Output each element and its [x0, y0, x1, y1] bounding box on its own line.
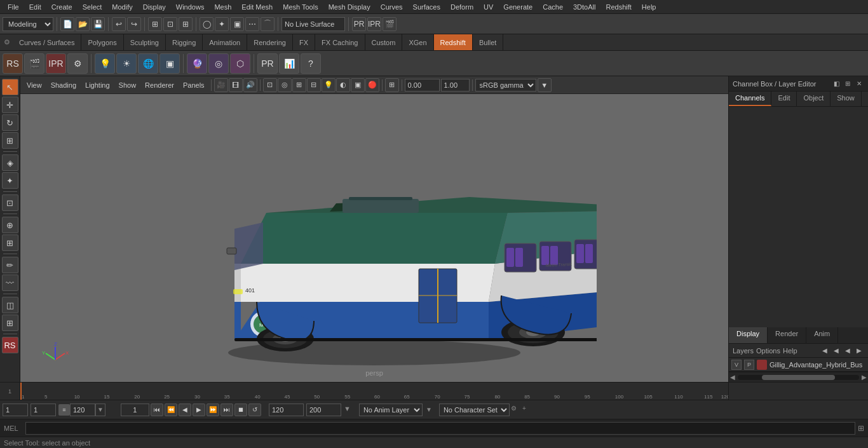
shelf-icon-mat2[interactable]: ◎ — [208, 53, 229, 74]
menu-surfaces[interactable]: Surfaces — [408, 2, 445, 12]
vp-frame-btn[interactable]: ⊞ — [292, 78, 306, 92]
layout-button[interactable]: ⊞ — [2, 315, 18, 331]
shelf-icon-rs2[interactable]: 🎬 — [24, 53, 44, 74]
cb-close-btn[interactable]: ✕ — [854, 79, 864, 89]
cb-tab-show[interactable]: Show — [831, 92, 862, 106]
marquee-select-button[interactable]: ▣ — [230, 17, 244, 31]
timeline-playhead[interactable] — [20, 383, 22, 400]
smooth-button[interactable]: 〰 — [2, 275, 18, 291]
shelf-icon-rs10[interactable]: 📊 — [279, 53, 299, 74]
shelf-icon-mat1[interactable]: 🔮 — [187, 53, 207, 74]
vp-texture-btn[interactable]: ▣ — [351, 78, 365, 92]
tab-polygons[interactable]: Polygons — [81, 34, 123, 50]
vp-scale-input[interactable] — [441, 79, 470, 92]
disp-tab-anim[interactable]: Anim — [806, 327, 838, 343]
loop-btn[interactable]: ↺ — [248, 404, 261, 416]
workspace-dropdown[interactable]: Modeling — [3, 17, 53, 31]
shelf-icon-rs3[interactable]: IPR — [46, 53, 66, 74]
tab-redshift[interactable]: Redshift — [434, 34, 473, 50]
surface-button[interactable]: ⋯ — [245, 17, 259, 31]
range-start-input[interactable] — [269, 404, 304, 416]
select-tool-button[interactable]: ↖ — [2, 79, 18, 95]
anim-layer-options-icon[interactable]: ▼ — [424, 405, 434, 415]
undo-button[interactable]: ↩ — [112, 17, 126, 31]
tab-fx-caching[interactable]: FX Caching — [315, 34, 365, 50]
menu-uv[interactable]: UV — [478, 2, 498, 12]
scale-tool-button[interactable]: ⊞ — [2, 132, 18, 149]
menu-modify[interactable]: Modify — [107, 2, 137, 12]
viewport[interactable]: View Shading Lighting Show Renderer Pane… — [20, 76, 728, 382]
cb-tab-edit[interactable]: Edit — [771, 92, 797, 106]
redshift-proxy-button[interactable]: RS — [2, 337, 18, 353]
layers-scrollbar[interactable] — [738, 375, 859, 380]
menu-deform[interactable]: Deform — [445, 2, 478, 12]
layers-add3-icon[interactable]: ◀ — [843, 346, 853, 356]
char-set-options-icon[interactable]: ⚙ — [511, 405, 521, 415]
cmd-input-field[interactable] — [25, 422, 855, 435]
move-tool-button[interactable]: ✛ — [2, 97, 18, 113]
save-scene-button[interactable]: 💾 — [91, 17, 105, 31]
range-end-btn[interactable]: ▼ — [95, 404, 105, 416]
layers-add2-icon[interactable]: ◀ — [831, 346, 841, 356]
layer-p-btn[interactable]: P — [744, 360, 754, 370]
snap-grid-button-left[interactable]: ⊞ — [2, 234, 18, 251]
tab-rendering[interactable]: Rendering — [247, 34, 293, 50]
layers-add4-icon[interactable]: ▶ — [854, 346, 864, 356]
lasso-select-button[interactable]: ◯ — [200, 17, 214, 31]
cb-tab-object[interactable]: Object — [797, 92, 831, 106]
frame-end-input[interactable] — [70, 404, 95, 416]
rotate-tool-button[interactable]: ↻ — [2, 114, 18, 131]
menu-select[interactable]: Select — [78, 2, 107, 12]
vp-camera-angle-input[interactable] — [405, 79, 440, 92]
snap-point-button[interactable]: ⊕ — [2, 217, 18, 233]
step-forward-btn[interactable]: ⏩ — [207, 404, 219, 416]
stop-btn[interactable]: ⏹ — [234, 404, 247, 416]
menu-3dtall[interactable]: 3DtoAll — [568, 2, 600, 12]
play-forward-btn[interactable]: ▶ — [193, 404, 205, 416]
vp-menu-lighting[interactable]: Lighting — [81, 80, 114, 90]
shelf-icon-rs8[interactable]: ▣ — [159, 53, 180, 74]
shelf-icon-rs9[interactable]: PR — [257, 53, 278, 74]
anim-layer-dropdown[interactable]: No Anim Layer — [359, 404, 423, 416]
cb-resize-btn[interactable]: ◧ — [831, 79, 841, 89]
go-to-start-btn[interactable]: ⏮ — [151, 404, 163, 416]
layers-scroll-left[interactable]: ◀ — [730, 374, 735, 381]
vp-select-type-btn[interactable]: ⊡ — [263, 78, 277, 92]
tab-fx[interactable]: FX — [293, 34, 315, 50]
char-set-add-icon[interactable]: + — [522, 405, 532, 415]
cmd-options-icon[interactable]: ⊞ — [858, 424, 864, 433]
tab-sculpting[interactable]: Sculpting — [124, 34, 166, 50]
tab-bullet[interactable]: Bullet — [473, 34, 504, 50]
soft-mod-button[interactable]: ◈ — [2, 154, 18, 171]
render-settings-button[interactable]: PR — [352, 17, 366, 31]
vp-audio-btn[interactable]: 🔊 — [243, 78, 257, 92]
vp-render-btn[interactable]: 🔴 — [365, 78, 379, 92]
menu-windows[interactable]: Windows — [171, 2, 210, 12]
char-set-dropdown[interactable]: No Character Set — [439, 404, 510, 416]
disp-tab-display[interactable]: Display — [729, 327, 768, 343]
shelf-icon-rs4[interactable]: ⚙ — [67, 53, 88, 74]
quick-layout-button[interactable]: ◫ — [2, 297, 18, 313]
cb-tab-channels[interactable]: Channels — [729, 92, 771, 106]
menu-curves[interactable]: Curves — [376, 2, 408, 12]
new-scene-button[interactable]: 📄 — [60, 17, 74, 31]
layers-add-icon[interactable]: ◀ — [820, 346, 830, 356]
shelf-icon-rs7[interactable]: 🌐 — [138, 53, 158, 74]
vp-menu-view[interactable]: View — [23, 80, 46, 90]
lasso-select-button[interactable]: ⊡ — [2, 194, 18, 211]
settings-icon[interactable]: ⚙ — [1, 38, 13, 46]
shelf-icon-mat3[interactable]: ⬡ — [230, 53, 250, 74]
tab-animation[interactable]: Animation — [203, 34, 247, 50]
menu-mesh[interactable]: Mesh — [209, 2, 236, 12]
menu-mesh-display[interactable]: Mesh Display — [323, 2, 376, 12]
vp-colorspace-options-btn[interactable]: ▼ — [538, 78, 552, 92]
menu-file[interactable]: File — [3, 2, 24, 12]
live-surface-field[interactable] — [281, 17, 345, 31]
go-to-end-btn[interactable]: ⏭ — [220, 404, 233, 416]
render-view-button[interactable]: 🎬 — [383, 17, 397, 31]
tab-xgen[interactable]: XGen — [402, 34, 433, 50]
step-back-btn[interactable]: ⏪ — [165, 404, 177, 416]
menu-help[interactable]: Help — [637, 2, 661, 12]
menu-cache[interactable]: Cache — [538, 2, 568, 12]
shelf-icon-rs1[interactable]: RS — [3, 53, 23, 74]
